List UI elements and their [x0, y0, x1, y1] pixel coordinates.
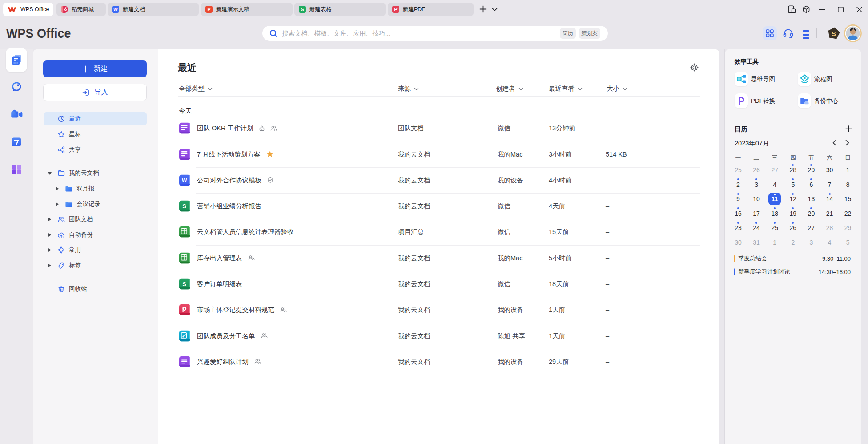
svg-text:W: W: [182, 177, 187, 183]
svg-text:S: S: [182, 281, 186, 287]
svg-text:S: S: [182, 203, 186, 210]
svg-text:S: S: [832, 30, 836, 37]
